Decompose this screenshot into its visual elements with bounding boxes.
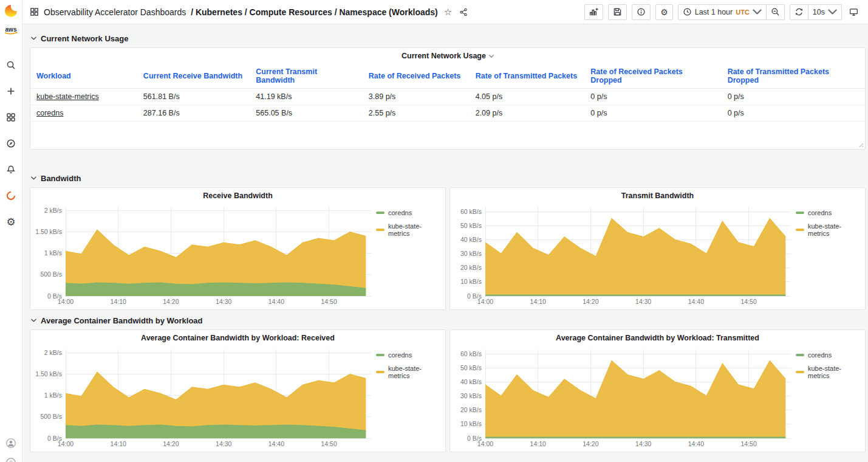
sidebar-alerting-button[interactable] <box>4 163 18 176</box>
header-right: ⚙ Last 1 hour UTC <box>584 4 861 20</box>
chevron-down-icon <box>753 7 762 16</box>
chart-legend: corednskube-state-metrics <box>796 209 861 237</box>
bandwidth-charts-row: Receive Bandwidth 0 B/s500 B/s1 kB/s1.50… <box>30 187 866 310</box>
chart-body: 0 B/s500 B/s1 kB/s1.50 kB/s2 kB/s14:0014… <box>34 204 442 307</box>
table-cell: 561.81 B/s <box>137 89 250 105</box>
time-range-picker[interactable]: Last 1 hour UTC <box>678 4 767 20</box>
breadcrumb-folder[interactable]: Observability Accelerator Dashboards <box>44 7 186 17</box>
panel-title[interactable]: Average Container Bandwidth by Workload:… <box>450 330 865 346</box>
table-column-header[interactable]: Rate of Received Packets Dropped <box>584 64 721 89</box>
panel-avg-container-bandwidth-transmitted: Average Container Bandwidth by Workload:… <box>449 329 866 452</box>
monitor-icon <box>849 7 858 16</box>
svg-text:14:00: 14:00 <box>58 298 73 305</box>
orange-arc-icon <box>6 191 16 201</box>
table-cell: 3.89 p/s <box>363 89 470 105</box>
table-column-header[interactable]: Current Receive Bandwidth <box>137 64 250 89</box>
table-column-header[interactable]: Current Transmit Bandwidth <box>250 64 362 89</box>
chart-body: 0 B/s500 B/s1 kB/s1.50 kB/s2 kB/s14:0014… <box>34 346 442 449</box>
svg-text:14:50: 14:50 <box>740 440 756 447</box>
svg-text:14:40: 14:40 <box>688 440 704 447</box>
table-cell: 287.16 B/s <box>137 105 250 122</box>
legend-label: kube-state-metrics <box>388 222 442 237</box>
chart-canvas-transmit-bandwidth: 0 B/s10 kB/s20 kB/s30 kB/s40 kB/s50 kB/s… <box>454 204 793 307</box>
help-button[interactable]: ? <box>4 456 18 462</box>
svg-text:14:50: 14:50 <box>321 440 337 447</box>
dashboard-settings-button[interactable]: ⚙ <box>655 4 673 20</box>
refresh-interval-label: 10s <box>813 8 825 16</box>
refresh-interval-dropdown[interactable]: 10s <box>808 4 842 20</box>
time-controls: Last 1 hour UTC <box>678 4 785 20</box>
sidebar-search-button[interactable] <box>4 58 18 72</box>
section-bandwidth[interactable]: Bandwidth <box>30 169 866 187</box>
table-header-row: WorkloadCurrent Receive BandwidthCurrent… <box>30 64 865 89</box>
dashboard-insights-button[interactable] <box>632 4 651 20</box>
sidebar-explore-button[interactable] <box>4 137 18 150</box>
avatar-icon <box>6 438 16 448</box>
table-column-header[interactable]: Workload <box>30 64 137 89</box>
workload-link[interactable]: kube-state-metrics <box>36 92 99 101</box>
grafana-logo[interactable] <box>4 4 18 20</box>
svg-text:30 kB/s: 30 kB/s <box>460 392 482 399</box>
refresh-controls: 10s <box>790 4 842 20</box>
avg-container-charts-row: Average Container Bandwidth by Workload:… <box>30 329 866 452</box>
table-cell: 0 p/s <box>722 89 865 105</box>
kiosk-mode-button[interactable] <box>847 4 861 20</box>
legend-item-kube-state-metrics[interactable]: kube-state-metrics <box>376 222 442 237</box>
chart-area-kube-state-metrics <box>485 361 785 439</box>
svg-text:50 kB/s: 50 kB/s <box>460 364 482 371</box>
panel-title[interactable]: Transmit Bandwidth <box>450 188 865 204</box>
panel-title-text: Average Container Bandwidth by Workload:… <box>556 334 759 342</box>
legend-label: coredns <box>808 209 832 216</box>
panel-resize-handle[interactable] <box>858 142 864 148</box>
svg-text:14:10: 14:10 <box>111 298 126 305</box>
share-dashboard-button[interactable] <box>458 7 469 18</box>
zoom-out-button[interactable] <box>767 4 785 20</box>
section-average-container-bandwidth[interactable]: Average Container Bandwidth by Workload <box>30 311 866 329</box>
legend-item-coredns[interactable]: coredns <box>376 209 442 216</box>
table-row: kube-state-metrics561.81 B/s41.19 kB/s3.… <box>30 89 865 105</box>
refresh-button[interactable] <box>790 4 808 20</box>
section-current-network-usage[interactable]: Current Network Usage <box>30 29 866 47</box>
sidebar-configuration-button[interactable]: ⚙ <box>4 215 18 229</box>
panel-avg-container-bandwidth-received: Average Container Bandwidth by Workload:… <box>30 329 446 452</box>
panel-menu-chevron-icon[interactable] <box>489 55 494 58</box>
compass-icon <box>6 139 16 148</box>
add-panel-button[interactable] <box>584 4 603 20</box>
panel-title[interactable]: Receive Bandwidth <box>30 188 445 204</box>
svg-text:14:30: 14:30 <box>216 298 231 305</box>
svg-text:50 kB/s: 50 kB/s <box>460 222 482 229</box>
svg-text:60 kB/s: 60 kB/s <box>460 208 482 215</box>
chart-body: 0 B/s10 kB/s20 kB/s30 kB/s40 kB/s50 kB/s… <box>454 346 861 449</box>
legend-item-coredns[interactable]: coredns <box>796 209 861 216</box>
legend-item-kube-state-metrics[interactable]: kube-state-metrics <box>376 365 442 379</box>
svg-text:60 kB/s: 60 kB/s <box>460 350 482 357</box>
table-column-header[interactable]: Rate of Transmitted Packets <box>470 64 585 89</box>
sidebar-create-button[interactable] <box>4 84 18 98</box>
panel-title[interactable]: Current Network Usage <box>30 48 865 64</box>
panel-title[interactable]: Average Container Bandwidth by Workload:… <box>30 330 445 346</box>
help-icon: ? <box>6 458 16 462</box>
user-avatar-button[interactable] <box>4 436 18 450</box>
legend-item-coredns[interactable]: coredns <box>376 351 442 359</box>
apps-grid-icon <box>30 7 39 16</box>
chart-legend: corednskube-state-metrics <box>796 351 861 379</box>
table-cell: 0 p/s <box>722 105 865 122</box>
save-dashboard-button[interactable] <box>608 4 627 20</box>
favorite-dashboard-button[interactable]: ☆ <box>443 6 453 18</box>
table-column-header[interactable]: Rate of Transmitted Packets Dropped <box>722 64 865 89</box>
sidebar-plugin-button[interactable] <box>4 189 18 202</box>
legend-item-coredns[interactable]: coredns <box>796 351 861 359</box>
zoom-out-icon <box>771 7 780 16</box>
workload-link[interactable]: coredns <box>36 109 63 117</box>
chart-legend: corednskube-state-metrics <box>376 209 442 237</box>
table-column-header[interactable]: Rate of Received Packets <box>363 64 470 89</box>
legend-item-kube-state-metrics[interactable]: kube-state-metrics <box>796 365 861 379</box>
sidebar-nav: ⚙ <box>4 58 18 229</box>
chart-canvas-receive-bandwidth: 0 B/s500 B/s1 kB/s1.50 kB/s2 kB/s14:0014… <box>34 204 374 307</box>
table-cell: 2.09 p/s <box>470 105 585 122</box>
svg-text:1.50 kB/s: 1.50 kB/s <box>35 370 62 378</box>
legend-item-kube-state-metrics[interactable]: kube-state-metrics <box>796 222 861 237</box>
svg-text:10 kB/s: 10 kB/s <box>460 420 482 427</box>
table-cell: kube-state-metrics <box>30 89 137 105</box>
sidebar-dashboards-button[interactable] <box>4 111 18 124</box>
